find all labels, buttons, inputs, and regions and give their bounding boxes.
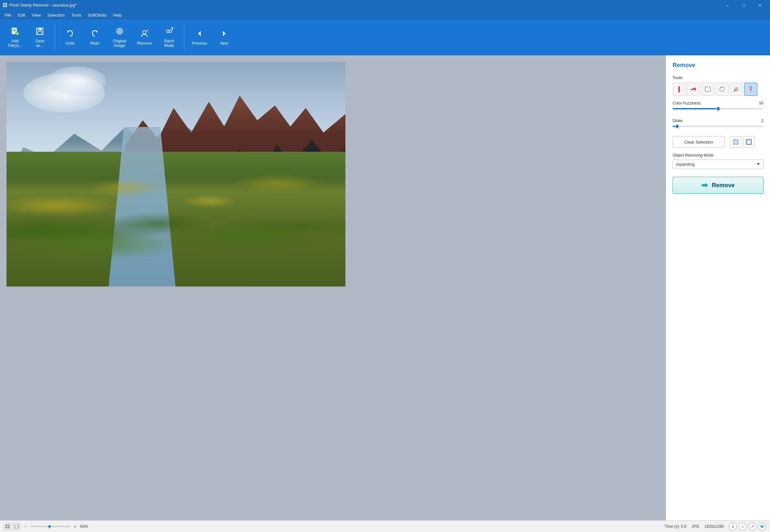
- svg-rect-2: [13, 31, 16, 31]
- svg-point-16: [147, 30, 148, 31]
- zoom-controls: 1:1 − + 64%: [4, 523, 88, 530]
- menu-view[interactable]: View: [28, 11, 44, 19]
- save-as-button[interactable]: Saveas...: [28, 23, 51, 52]
- svg-text:1:1: 1:1: [15, 525, 18, 527]
- app-title: Photo Stamp Remover - caucasus.jpg*: [9, 3, 720, 7]
- dilate-label: Dilate: [673, 119, 702, 123]
- save-as-label: Saveas...: [35, 39, 44, 48]
- color-fuzziness-row: Color Fuzziness 50: [673, 101, 763, 105]
- undo-label: Undo: [65, 41, 75, 46]
- brush-tool-btn[interactable]: [673, 83, 686, 96]
- svg-rect-7: [38, 28, 42, 31]
- app-icon: 🖼: [3, 3, 7, 8]
- format-label: JPG: [692, 524, 699, 529]
- info-btn[interactable]: ℹ: [729, 523, 737, 530]
- menu-bar: File Edit View Selection Tools SoftOrbit…: [0, 10, 770, 20]
- undo-button[interactable]: Undo: [58, 23, 82, 52]
- canvas-area[interactable]: [0, 55, 666, 520]
- add-files-label: AddFile(s)...: [8, 39, 22, 48]
- title-bar: 🖼 Photo Stamp Remover - caucasus.jpg* – …: [0, 0, 770, 10]
- next-icon: [220, 29, 229, 40]
- svg-rect-47: [8, 525, 9, 526]
- next-button[interactable]: Next: [213, 23, 236, 52]
- zoom-in-btn[interactable]: +: [72, 523, 78, 530]
- svg-rect-48: [6, 527, 7, 528]
- color-fuzziness-section: Color Fuzziness 50: [673, 101, 763, 113]
- maximize-btn[interactable]: □: [736, 0, 751, 10]
- svg-marker-22: [223, 31, 226, 36]
- add-files-button[interactable]: AddFile(s)...: [3, 23, 27, 52]
- svg-rect-25: [678, 90, 680, 91]
- menu-selection[interactable]: Selection: [44, 11, 68, 19]
- tools-label: Tools: [673, 75, 763, 80]
- menu-edit[interactable]: Edit: [15, 11, 28, 19]
- color-fuzziness-value: 50: [756, 101, 763, 105]
- icon-btn-row: [730, 136, 755, 148]
- svg-rect-49: [8, 527, 9, 528]
- minimize-btn[interactable]: –: [720, 0, 735, 10]
- remove-button-label: Remove: [712, 182, 735, 189]
- zoom-value: 64%: [80, 524, 88, 529]
- dilate-row: Dilate 2: [673, 119, 763, 123]
- menu-help[interactable]: Help: [110, 11, 125, 19]
- color-fuzziness-label: Color Fuzziness: [673, 101, 702, 105]
- remove-toolbar-button[interactable]: Remove: [133, 23, 156, 52]
- invert-selection-button[interactable]: [743, 136, 755, 148]
- original-image-icon: [115, 27, 124, 37]
- svg-rect-1: [13, 29, 16, 30]
- svg-marker-21: [198, 31, 201, 36]
- svg-line-35: [737, 90, 738, 91]
- dilate-slider[interactable]: [673, 126, 763, 127]
- pin-tool-btn[interactable]: [744, 83, 757, 96]
- window-controls: – □ ×: [720, 0, 767, 10]
- close-btn[interactable]: ×: [752, 0, 767, 10]
- zoom-slider[interactable]: [31, 526, 70, 527]
- menu-tools[interactable]: Tools: [68, 11, 84, 19]
- previous-button[interactable]: Previous: [188, 23, 211, 52]
- remove-button[interactable]: ➡ Remove: [673, 177, 763, 194]
- dilate-section: Dilate 2: [673, 119, 763, 131]
- svg-rect-45: [6, 525, 9, 528]
- svg-rect-42: [734, 140, 737, 144]
- fit-view-btn[interactable]: [4, 523, 11, 530]
- previous-icon: [195, 29, 204, 40]
- actual-size-btn[interactable]: 1:1: [13, 523, 20, 530]
- menu-softorbits[interactable]: SoftOrbits: [84, 11, 110, 19]
- zoom-out-btn[interactable]: −: [22, 523, 29, 530]
- magic-wand-tool-btn[interactable]: [730, 83, 743, 96]
- previous-label: Previous: [192, 41, 207, 46]
- rect-select-tool-btn[interactable]: [701, 83, 714, 96]
- svg-rect-5: [17, 33, 18, 34]
- photo-canvas[interactable]: [7, 62, 345, 287]
- original-image-button[interactable]: OriginalImage: [108, 23, 131, 52]
- share-btn[interactable]: ↗: [749, 523, 756, 530]
- social-btn[interactable]: 🐦: [758, 523, 766, 530]
- svg-point-39: [750, 87, 752, 89]
- time-label: Time (s): 5.0: [665, 524, 686, 529]
- redo-button[interactable]: Redo: [83, 23, 106, 52]
- svg-rect-28: [705, 87, 710, 91]
- original-image-label: OriginalImage: [113, 39, 126, 48]
- panel-title: Remove: [673, 62, 763, 69]
- clear-selection-button[interactable]: Clear Selection: [673, 136, 725, 148]
- mode-dropdown[interactable]: Inpainting Smart Fill Pattern: [673, 160, 763, 169]
- batch-mode-button[interactable]: BatchMode: [157, 23, 181, 52]
- toolbar-separator-2: [184, 24, 184, 50]
- dilate-value: 2: [756, 119, 763, 123]
- landscape-image: [7, 62, 345, 287]
- svg-rect-9: [38, 29, 39, 30]
- remove-toolbar-label: Remove: [137, 41, 152, 46]
- object-removing-mode-label: Object Removing Mode: [673, 153, 763, 158]
- menu-file[interactable]: File: [1, 11, 15, 19]
- add-files-icon: [10, 27, 20, 37]
- remove-arrow-icon: ➡: [701, 181, 708, 190]
- home-btn[interactable]: ⌂: [739, 523, 747, 530]
- lasso-tool-btn[interactable]: [716, 83, 729, 96]
- svg-line-34: [735, 88, 735, 88]
- select-all-button[interactable]: [730, 136, 742, 148]
- color-fuzziness-slider[interactable]: [673, 108, 763, 109]
- redo-label: Redo: [90, 41, 100, 46]
- tools-grid: [673, 83, 763, 96]
- eraser-tool-btn[interactable]: [687, 83, 700, 96]
- status-bar: 1:1 − + 64% Time (s): 5.0 JPG 1920x1280 …: [0, 520, 770, 532]
